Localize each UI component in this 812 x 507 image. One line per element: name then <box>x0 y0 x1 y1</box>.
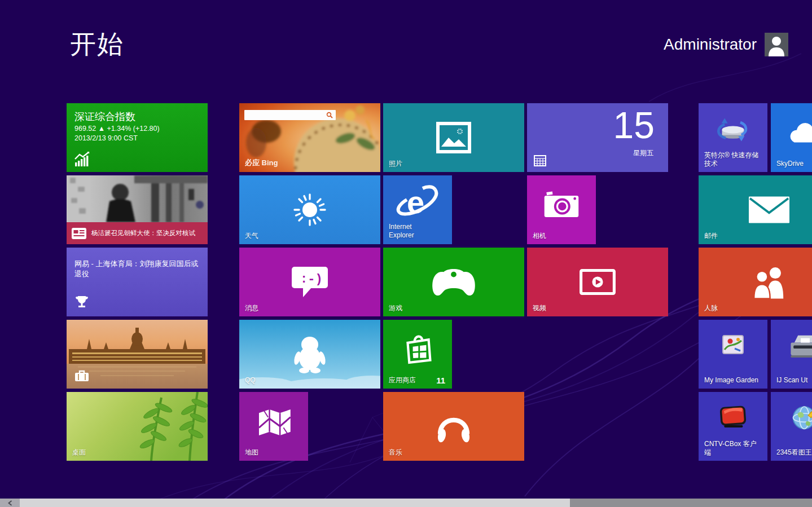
tile-store[interactable]: 应用商店 11 <box>383 320 452 389</box>
start-screen: 开始 Administrator 深证综合指数 969.52 ▲ +1.34% … <box>0 0 812 507</box>
tile-desktop[interactable]: 桌面 <box>67 392 208 461</box>
scanner-icon <box>787 333 812 360</box>
tile-ij-scan-utility[interactable]: IJ Scan Ut <box>771 320 812 389</box>
store-update-badge: 11 <box>436 376 445 385</box>
tile-weather[interactable]: 天气 <box>239 175 380 244</box>
tile-people[interactable]: 人脉 <box>699 248 812 316</box>
tile-my-image-garden[interactable]: My Image Garden <box>699 320 767 389</box>
newspaper-icon <box>71 227 87 240</box>
scrollbar-thumb[interactable] <box>20 499 570 507</box>
tile-label: 2345看图王 本升级 <box>776 448 812 457</box>
stock-value-change: 969.52 ▲ +1.34% (+12.80) <box>74 125 160 133</box>
sports-headline: 网易 - 上海体育局：刘翔康复回国后或退役 <box>74 259 201 279</box>
tile-video[interactable]: 视频 <box>527 248 668 316</box>
tile-label: 邮件 <box>704 232 718 240</box>
news-caption-band: 杨洁篪召见朝鲜大使：坚决反对核试 <box>67 222 208 244</box>
video-player-icon <box>580 269 616 295</box>
map-icon <box>256 407 291 438</box>
horizontal-scrollbar[interactable] <box>0 499 812 507</box>
tile-games[interactable]: 游戏 <box>383 248 524 316</box>
tile-photos[interactable]: 照片 <box>383 103 524 172</box>
headphones-icon <box>432 408 475 445</box>
tile-skydrive[interactable]: SkyDrive <box>771 103 812 172</box>
svg-text::-): :-) <box>300 272 323 286</box>
ie-logo-icon: e <box>396 185 440 221</box>
tile-qq[interactable]: QQ <box>239 320 380 389</box>
tile-bing[interactable]: 必应 Bing <box>239 103 380 172</box>
chevron-left-icon <box>8 500 12 506</box>
tile-label: 英特尔® 快速存储技术 <box>704 151 763 168</box>
calendar-day: 15 <box>613 107 655 144</box>
tile-label: CNTV-CBox 客户端 <box>704 440 763 457</box>
cloud-icon <box>787 120 812 144</box>
photo-frame-icon <box>436 122 471 153</box>
tile-intel-rst[interactable]: 英特尔® 快速存储技术 <box>699 103 767 172</box>
sun-icon <box>291 191 328 228</box>
people-icon <box>745 265 793 299</box>
tile-mail[interactable]: 邮件 <box>699 175 812 244</box>
message-bubble-icon: :-) <box>289 264 330 299</box>
tile-news[interactable]: 杨洁篪召见朝鲜大使：坚决反对核试 <box>67 175 208 244</box>
page-title: 开始 <box>70 27 124 62</box>
tile-label: 桌面 <box>72 448 86 457</box>
tile-label: 应用商店 <box>389 376 416 385</box>
user-name: Administrator <box>664 36 757 54</box>
tile-sports-news[interactable]: 网易 - 上海体育局：刘翔康复回国后或退役 <box>67 248 208 316</box>
suitcase-icon <box>74 369 89 382</box>
desktop-wallpaper <box>67 392 208 461</box>
tile-cntv-cbox[interactable]: CNTV-CBox 客户端 <box>699 392 767 461</box>
bing-search-bar[interactable] <box>244 110 336 120</box>
tile-2345-update[interactable]: 2345看图王 本升级 <box>771 392 812 461</box>
tile-label: 照片 <box>389 160 402 168</box>
tile-label: 地图 <box>245 448 258 457</box>
tile-stock-index[interactable]: 深证综合指数 969.52 ▲ +1.34% (+12.80) 2013/2/1… <box>67 103 208 172</box>
my-image-garden-icon <box>722 335 744 354</box>
tile-label: Internet Explorer <box>389 223 436 240</box>
globe-update-icon <box>791 403 812 430</box>
tile-label: 人脉 <box>704 304 718 312</box>
cntv-cbox-icon <box>718 404 748 429</box>
stock-chart-icon <box>74 152 91 166</box>
tile-label: 相机 <box>533 232 546 240</box>
tile-label: 视频 <box>533 304 546 312</box>
stock-index-name: 深证综合指数 <box>74 110 135 124</box>
game-controller-icon <box>428 264 480 300</box>
qq-penguin-icon <box>292 334 327 374</box>
tile-label: SkyDrive <box>776 160 804 168</box>
tile-music[interactable]: 音乐 <box>383 392 524 461</box>
tile-label: My Image Garden <box>704 376 763 385</box>
tile-internet-explorer[interactable]: e Internet Explorer <box>383 175 452 244</box>
user-menu-button[interactable]: Administrator <box>664 33 788 56</box>
intel-rst-icon <box>717 115 749 144</box>
news-headline: 杨洁篪召见朝鲜大使：坚决反对核试 <box>91 229 203 237</box>
mail-envelope-icon <box>749 196 789 223</box>
tile-messaging[interactable]: :-) 消息 <box>239 248 380 316</box>
stock-timestamp: 2013/2/13 9:00 CST <box>74 134 138 142</box>
tile-travel[interactable] <box>67 320 208 389</box>
scroll-left-button[interactable] <box>0 499 20 507</box>
tile-camera[interactable]: 相机 <box>527 175 596 244</box>
tile-label: 音乐 <box>389 448 402 457</box>
calendar-icon <box>534 155 546 166</box>
store-bag-icon <box>398 330 437 368</box>
tile-label: QQ <box>245 376 256 385</box>
tile-label: 天气 <box>245 232 258 240</box>
trophy-icon <box>74 295 89 310</box>
search-icon <box>326 112 333 118</box>
news-photo <box>67 175 208 222</box>
person-icon <box>765 33 788 56</box>
tile-maps[interactable]: 地图 <box>239 392 308 461</box>
calendar-weekday: 星期五 <box>633 148 653 158</box>
camera-icon <box>543 191 580 219</box>
tile-calendar[interactable]: 15 星期五 <box>527 103 668 172</box>
tile-label: 必应 Bing <box>245 158 278 168</box>
tile-label: IJ Scan Ut <box>776 376 807 385</box>
avatar <box>765 33 788 56</box>
tile-label: 消息 <box>245 304 258 312</box>
tile-label: 游戏 <box>389 304 402 312</box>
